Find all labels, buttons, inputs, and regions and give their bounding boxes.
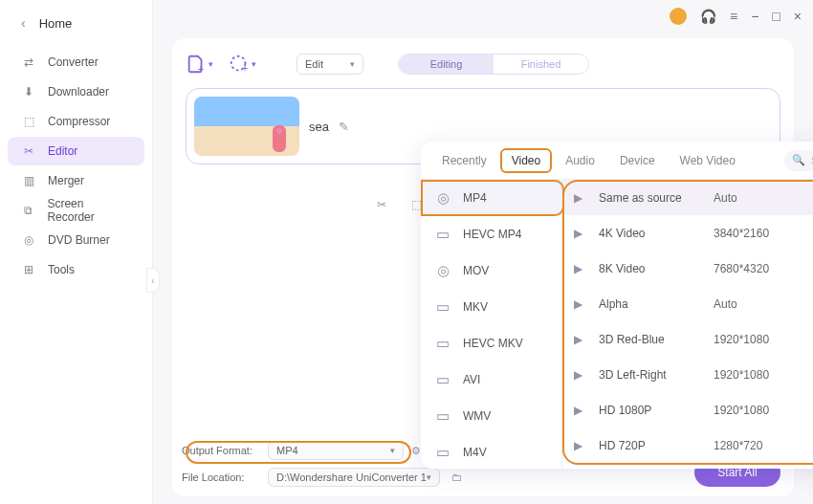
edit-mode-dropdown[interactable]: Edit▾ [297, 54, 363, 75]
svg-text:+: + [198, 63, 204, 75]
video-icon: ▶ [574, 297, 589, 311]
media-title: sea [309, 120, 329, 134]
sidebar: ‹ Home ⇄Converter ⬇Downloader ⬚Compresso… [0, 0, 153, 504]
segment-editing[interactable]: Editing [399, 55, 494, 74]
video-icon: ▶ [574, 227, 589, 240]
segment-toggle: Editing Finished [398, 54, 589, 75]
sidebar-item-screen-recorder[interactable]: ⧉Screen Recorder [8, 196, 144, 225]
minimize-button[interactable]: − [751, 9, 758, 24]
format-icon: ▭ [434, 371, 451, 388]
recorder-icon: ⧉ [21, 204, 35, 217]
main-area: + ▾ + ▾ Edit▾ Editing Finished sea ✎ [153, 33, 813, 504]
sidebar-item-editor[interactable]: ✂Editor [8, 137, 144, 165]
format-icon: ◎ [434, 189, 451, 207]
sidebar-item-dvd-burner[interactable]: ◎DVD Burner [8, 226, 144, 254]
format-icon: ▭ [434, 407, 451, 425]
format-icon: ◎ [434, 262, 451, 279]
panel: + ▾ + ▾ Edit▾ Editing Finished sea ✎ [172, 38, 794, 496]
converter-icon: ⇄ [21, 55, 36, 69]
resolution-hd720p[interactable]: ▶HD 720P1280*720✎ [562, 427, 813, 463]
format-hevc-mkv[interactable]: ▭HEVC MKV [421, 325, 561, 362]
video-icon: ▶ [574, 262, 589, 275]
chevron-down-icon: ▾ [252, 59, 256, 69]
home-label: Home [39, 16, 73, 31]
format-mkv[interactable]: ▭MKV [421, 289, 561, 325]
format-icon: ▭ [434, 298, 451, 316]
resolution-alpha[interactable]: ▶AlphaAuto✎ [562, 286, 813, 321]
resolution-hd1080p[interactable]: ▶HD 1080P1920*1080✎ [562, 392, 813, 427]
video-icon: ▶ [574, 404, 589, 417]
chevron-down-icon: ▾ [390, 446, 395, 455]
format-hevc-mp4[interactable]: ▭HEVC MP4 [421, 216, 561, 252]
support-icon[interactable]: 🎧 [700, 9, 716, 24]
sidebar-home[interactable]: ‹ Home [0, 4, 152, 42]
resolution-same-as-source[interactable]: ▶Same as sourceAuto✎ [562, 180, 813, 215]
video-thumbnail[interactable] [194, 97, 299, 156]
format-icon: ▭ [434, 444, 451, 461]
open-folder-icon[interactable]: 🗀 [451, 471, 462, 483]
video-icon: ▶ [574, 439, 589, 452]
sidebar-item-converter[interactable]: ⇄Converter [8, 48, 144, 77]
popup-search[interactable]: 🔍 Search [784, 150, 813, 171]
sidebar-item-compressor[interactable]: ⬚Compressor [8, 107, 144, 136]
compressor-icon: ⬚ [21, 115, 36, 128]
resolution-3d-red-blue[interactable]: ▶3D Red-Blue1920*1080✎ [562, 321, 813, 357]
segment-finished[interactable]: Finished [494, 55, 588, 74]
search-icon: 🔍 [792, 154, 805, 166]
menu-icon[interactable]: ≡ [730, 9, 737, 24]
format-mp4[interactable]: ◎MP4 [421, 180, 561, 216]
dvd-icon: ◎ [21, 233, 36, 247]
cut-icon[interactable]: ✂ [377, 198, 386, 211]
close-button[interactable]: × [794, 9, 802, 24]
resolution-list: ▶Same as sourceAuto✎ ▶4K Video3840*2160✎… [562, 180, 813, 469]
format-m4v[interactable]: ▭M4V [421, 434, 561, 469]
chevron-down-icon: ▾ [350, 59, 355, 69]
tools-icon: ⊞ [21, 263, 36, 276]
svg-text:+: + [242, 62, 248, 74]
format-icon: ▭ [434, 335, 451, 352]
rename-icon[interactable]: ✎ [339, 120, 349, 134]
resolution-8k[interactable]: ▶8K Video7680*4320✎ [562, 251, 813, 286]
video-icon: ▶ [574, 368, 589, 382]
format-list: ◎MP4 ▭HEVC MP4 ◎MOV ▭MKV ▭HEVC MKV ▭AVI … [421, 180, 562, 469]
sidebar-item-merger[interactable]: ▥Merger [8, 166, 144, 195]
output-format-dropdown[interactable]: MP4▾ [268, 441, 404, 460]
add-url-button[interactable]: + ▾ [229, 54, 256, 75]
popup-tabs: Recently Video Audio Device Web Video 🔍 … [421, 142, 813, 180]
avatar[interactable] [670, 8, 687, 25]
add-file-button[interactable]: + ▾ [186, 54, 213, 75]
format-icon: ▭ [434, 226, 451, 243]
video-icon: ▶ [574, 333, 589, 346]
editor-icon: ✂ [21, 144, 36, 158]
format-avi[interactable]: ▭AVI [421, 362, 561, 398]
tab-web-video[interactable]: Web Video [669, 148, 747, 173]
resolution-4k[interactable]: ▶4K Video3840*2160✎ [562, 215, 813, 251]
chevron-left-icon: ‹ [21, 15, 26, 31]
tab-recently[interactable]: Recently [430, 148, 498, 173]
sidebar-item-downloader[interactable]: ⬇Downloader [8, 77, 144, 106]
video-icon: ▶ [574, 191, 589, 205]
format-popup: Recently Video Audio Device Web Video 🔍 … [421, 142, 813, 469]
downloader-icon: ⬇ [21, 85, 36, 99]
resolution-3d-left-right[interactable]: ▶3D Left-Right1920*1080✎ [562, 357, 813, 392]
maximize-button[interactable]: □ [772, 9, 780, 24]
sidebar-item-tools[interactable]: ⊞Tools [8, 255, 144, 284]
file-location-label: File Location: [182, 471, 260, 483]
file-location-dropdown[interactable]: D:\Wondershare UniConverter 1▾ [268, 468, 440, 487]
tab-audio[interactable]: Audio [554, 148, 606, 173]
format-mov[interactable]: ◎MOV [421, 252, 561, 289]
chevron-down-icon: ▾ [427, 472, 431, 482]
format-wmv[interactable]: ▭WMV [421, 398, 561, 434]
merger-icon: ▥ [21, 174, 36, 187]
tab-video[interactable]: Video [500, 148, 552, 173]
chevron-down-icon: ▾ [209, 59, 213, 69]
output-format-label: Output Format: [182, 445, 260, 456]
tab-device[interactable]: Device [608, 148, 667, 173]
toolbar: + ▾ + ▾ Edit▾ Editing Finished [186, 48, 780, 80]
